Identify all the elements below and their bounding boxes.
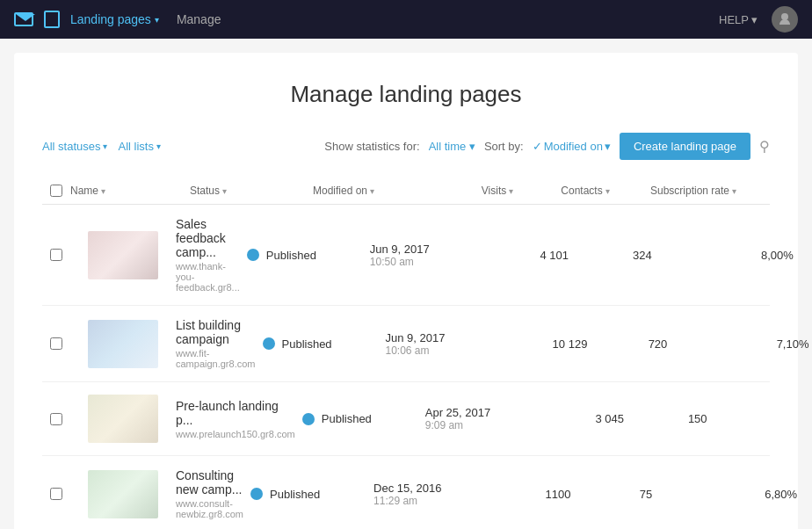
modified-time-2: 9:09 am (425, 419, 566, 431)
row-checkbox-cell-2 (42, 413, 70, 425)
thumbnail-cell-1 (70, 320, 176, 368)
help-button[interactable]: HELP ▾ (719, 13, 758, 26)
col-header-modified[interactable]: Modified on ▾ (313, 185, 453, 197)
modified-date-2: Apr 25, 2017 (425, 406, 566, 419)
lists-filter-caret: ▾ (156, 141, 161, 151)
modified-date-1: Jun 9, 2017 (386, 331, 526, 344)
table-row: Pre-launch landing p... www.prelaunch150… (42, 382, 770, 456)
status-filter-caret: ▾ (103, 141, 107, 151)
row-checkbox-cell-1 (42, 337, 70, 350)
modified-time-3: 11:29 am (373, 495, 514, 507)
table-row: Consulting new camp... www.consult-newbi… (42, 456, 770, 529)
sort-caret: ▾ (605, 140, 611, 153)
campaign-name-1[interactable]: List building campaign (176, 318, 256, 346)
status-dot-2 (302, 413, 315, 425)
filter-right: Show statistics for: All time ▾ Sort by:… (324, 133, 770, 160)
create-landing-page-button[interactable]: Create landing page (620, 133, 750, 160)
page-title: Manage landing pages (42, 81, 770, 108)
status-dot-1 (263, 337, 275, 350)
mail-icon (14, 12, 33, 26)
thumbnail-cell-0 (70, 231, 176, 279)
col-header-contacts[interactable]: Contacts ▾ (541, 185, 629, 197)
user-avatar[interactable] (772, 6, 798, 33)
status-cell-3: Published (250, 488, 373, 501)
modified-cell-1: Jun 9, 2017 10:06 am (386, 331, 526, 357)
row-actions-button-3[interactable]: ⋮ (805, 483, 812, 504)
campaign-name-2[interactable]: Pre-launch landing p... (176, 399, 295, 427)
landing-pages-table: Name ▾ Status ▾ Modified on ▾ Visits ▾ C… (42, 178, 770, 529)
contacts-cell-3: 75 (602, 488, 690, 501)
thumbnail-cell-2 (70, 395, 176, 443)
modified-time-1: 10:06 am (386, 344, 526, 357)
actions-cell-0: ⋮ (801, 244, 812, 265)
filter-left: All statuses ▾ All lists ▾ (42, 140, 161, 153)
campaign-name-0[interactable]: Sales feedback camp... (176, 217, 240, 259)
name-cell-3: Consulting new camp... www.consult-newbi… (176, 468, 250, 519)
contacts-cell-2: 150 (654, 412, 742, 425)
subrate-sort-arrow: ▾ (732, 186, 736, 196)
nav-dropdown-chevron: ▾ (155, 15, 159, 25)
status-dot-0 (247, 249, 259, 261)
select-all-checkbox[interactable] (50, 185, 62, 197)
sort-label: Sort by: (484, 140, 524, 153)
modified-cell-0: Jun 9, 2017 10:50 am (370, 243, 511, 268)
page-thumbnail-0 (88, 231, 158, 279)
top-navigation: Landing pages ▾ Manage HELP ▾ (0, 0, 812, 39)
table-row: List building campaign www.fit-campaign.… (42, 306, 770, 382)
status-text-0: Published (266, 249, 316, 262)
contacts-cell-1: 720 (614, 337, 702, 351)
sub-rate-cell-3: 6,80% (690, 488, 804, 501)
visits-cell-0: 4 101 (511, 249, 598, 262)
visits-sort-arrow: ▾ (509, 186, 513, 196)
main-content: Manage landing pages All statuses ▾ All … (14, 53, 798, 529)
modified-sort-arrow: ▾ (370, 186, 374, 196)
visits-cell-2: 3 045 (566, 412, 654, 425)
row-checkbox-cell-0 (42, 249, 70, 261)
col-header-status[interactable]: Status ▾ (190, 185, 313, 197)
contacts-sort-arrow: ▾ (605, 186, 610, 196)
visits-cell-1: 10 129 (526, 337, 614, 351)
status-cell-2: Published (302, 412, 425, 425)
col-header-visits[interactable]: Visits ▾ (453, 185, 541, 197)
sub-rate-cell-2: 5,00% (742, 412, 812, 425)
page-thumbnail-2 (88, 395, 158, 443)
nav-manage-link[interactable]: Manage (177, 12, 221, 26)
status-text-1: Published (282, 337, 332, 351)
name-cell-0: Sales feedback camp... www.thank-you-fee… (176, 217, 247, 293)
show-stats-label: Show statistics for: (324, 140, 419, 153)
campaign-url-3: www.consult-newbiz.gr8.com (176, 498, 243, 519)
modified-time-0: 10:50 am (370, 256, 511, 268)
contacts-cell-0: 324 (598, 249, 686, 262)
modified-date-3: Dec 15, 2016 (373, 482, 514, 495)
status-sort-arrow: ▾ (222, 186, 227, 196)
status-text-3: Published (270, 488, 320, 501)
select-all-checkbox-cell (42, 185, 70, 197)
filters-row: All statuses ▾ All lists ▾ Show statisti… (42, 133, 770, 160)
lists-filter[interactable]: All lists ▾ (118, 140, 160, 153)
modified-cell-2: Apr 25, 2017 9:09 am (425, 406, 566, 431)
modified-date-0: Jun 9, 2017 (370, 243, 511, 256)
table-body: Sales feedback camp... www.thank-you-fee… (42, 205, 770, 529)
actions-cell-3: ⋮ (804, 483, 812, 504)
row-checkbox-3[interactable] (50, 488, 62, 500)
row-checkbox-0[interactable] (50, 249, 62, 261)
col-header-subrate[interactable]: Subscription rate ▾ (629, 185, 743, 197)
search-button[interactable]: ⚲ (759, 138, 770, 155)
landing-pages-icon (44, 11, 60, 28)
sort-value[interactable]: ✓ Modified on ▾ (533, 140, 611, 153)
status-dot-3 (250, 488, 263, 500)
row-checkbox-1[interactable] (50, 337, 62, 350)
visits-cell-3: 1100 (514, 488, 602, 501)
name-cell-1: List building campaign www.fit-campaign.… (176, 318, 263, 369)
nav-landing-pages[interactable]: Landing pages ▾ (70, 12, 159, 26)
show-stats-caret: ▾ (469, 140, 475, 153)
name-sort-arrow: ▾ (101, 186, 105, 196)
status-cell-0: Published (247, 249, 370, 262)
status-filter[interactable]: All statuses ▾ (42, 140, 107, 153)
modified-cell-3: Dec 15, 2016 11:29 am (373, 482, 514, 507)
row-checkbox-2[interactable] (50, 413, 62, 425)
campaign-name-3[interactable]: Consulting new camp... (176, 468, 243, 496)
show-stats-value[interactable]: All time ▾ (429, 140, 475, 153)
col-header-name[interactable]: Name ▾ (70, 185, 190, 197)
row-actions-button-0[interactable]: ⋮ (801, 244, 812, 265)
